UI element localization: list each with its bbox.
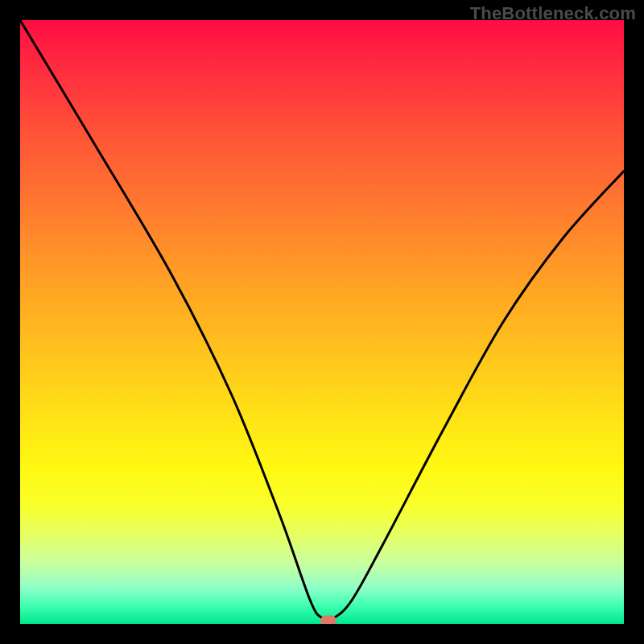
curve-path [20,20,624,620]
watermark-text: TheBottleneck.com [470,3,636,24]
chart-frame: TheBottleneck.com [0,0,644,644]
minimum-marker [320,616,336,624]
plot-area [20,20,624,624]
bottleneck-curve [20,20,624,624]
